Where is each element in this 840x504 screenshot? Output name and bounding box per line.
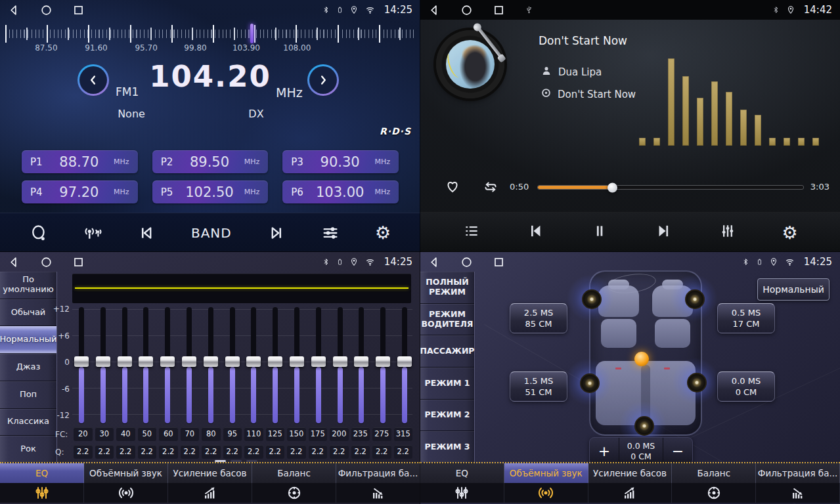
back-icon[interactable] — [8, 4, 20, 16]
eq-band-slider[interactable] — [203, 307, 219, 425]
location-icon — [786, 5, 795, 15]
eq-band-slider[interactable] — [225, 307, 240, 425]
fc-value: 70 — [181, 427, 200, 441]
eq-band-slider[interactable] — [117, 307, 133, 425]
audio-settings-button[interactable] — [321, 224, 340, 242]
front-right-delay-button[interactable]: 0.5 MS 17 CM — [717, 303, 775, 333]
rear-left-delay-button[interactable]: 1.5 MS 51 CM — [510, 371, 567, 402]
slider-knob[interactable] — [333, 356, 347, 367]
eq-band-slider[interactable] — [289, 307, 305, 425]
tune-up-button[interactable] — [307, 64, 339, 96]
back-icon[interactable] — [428, 4, 441, 16]
preset-button[interactable]: P4 97.20 MHz — [22, 180, 138, 203]
eq-band-slider[interactable] — [246, 307, 261, 425]
tab-eq[interactable]: EQ — [420, 463, 504, 504]
home-icon[interactable] — [40, 4, 53, 16]
previous-station-button[interactable] — [138, 224, 156, 242]
eq-preset-item[interactable]: По умолчанию — [0, 272, 56, 299]
dial-needle[interactable] — [250, 24, 254, 43]
frequency-dial[interactable] — [5, 24, 415, 43]
home-icon[interactable] — [40, 256, 53, 268]
eq-band-slider[interactable] — [74, 307, 89, 425]
slider-knob[interactable] — [376, 356, 390, 367]
eq-band-slider[interactable] — [181, 307, 197, 425]
preset-button[interactable]: P5 102.50 MHz — [152, 180, 269, 203]
eq-band-slider[interactable] — [397, 307, 412, 425]
eq-preset-item[interactable]: Рок — [0, 436, 56, 463]
preset-button[interactable]: P3 90.30 MHz — [282, 150, 399, 173]
tab-balance[interactable]: Баланс — [672, 463, 756, 504]
preset-button[interactable]: P6 103.00 MHz — [282, 180, 399, 203]
listening-mode-item[interactable]: РЕЖИМ 3 — [420, 431, 474, 463]
q-value: 2.2 — [159, 445, 178, 459]
tab-eq[interactable]: EQ — [0, 463, 84, 504]
tab-surround[interactable]: Объёмный звук — [84, 463, 168, 504]
eq-band-slider[interactable] — [267, 307, 283, 425]
tab-filter[interactable]: Фильтрация ба... — [336, 463, 420, 504]
preset-button[interactable]: P2 89.50 MHz — [152, 150, 269, 173]
next-track-button[interactable] — [653, 222, 673, 243]
eq-mixer-button[interactable] — [718, 222, 737, 243]
tab-bass-boost[interactable]: Усиление басов — [588, 463, 673, 504]
playlist-button[interactable] — [462, 222, 481, 242]
slider-knob[interactable] — [182, 356, 196, 367]
slider-knob[interactable] — [96, 356, 110, 367]
eq-band-slider[interactable] — [311, 307, 326, 425]
slider-knob[interactable] — [246, 356, 261, 367]
broadcast-button[interactable] — [83, 224, 102, 242]
slider-knob[interactable] — [160, 356, 175, 367]
delay-increase-button[interactable]: + — [590, 438, 619, 465]
back-icon[interactable] — [428, 256, 441, 268]
recents-icon[interactable] — [72, 256, 85, 268]
slider-knob[interactable] — [225, 356, 240, 367]
location-icon — [349, 5, 359, 15]
eq-band-slider[interactable] — [332, 307, 348, 425]
home-icon[interactable] — [460, 256, 473, 268]
back-icon[interactable] — [8, 256, 20, 268]
delay-decrease-button[interactable]: − — [663, 438, 692, 465]
slider-knob[interactable] — [290, 356, 304, 367]
home-icon[interactable] — [460, 4, 473, 16]
tab-bass-boost[interactable]: Усиление басов — [168, 463, 252, 504]
slider-knob[interactable] — [139, 356, 153, 367]
scan-button[interactable] — [30, 224, 48, 242]
tab-balance[interactable]: Баланс — [252, 463, 336, 504]
rear-right-delay-button[interactable]: 0.0 MS 0 CM — [717, 371, 775, 402]
slider-knob[interactable] — [311, 356, 326, 367]
listening-mode-item[interactable]: РЕЖИМ ВОДИТЕЛЯ — [420, 304, 474, 336]
front-left-delay-button[interactable]: 2.5 MS 85 CM — [510, 303, 567, 333]
listening-position-dot[interactable] — [634, 352, 649, 366]
preset-button[interactable]: P1 88.70 MHz — [22, 150, 138, 173]
listening-mode-item[interactable]: РЕЖИМ 2 — [420, 400, 474, 432]
eq-band-slider[interactable] — [160, 307, 175, 425]
listening-mode-item[interactable]: ПАССАЖИР — [420, 335, 474, 368]
seek-knob[interactable] — [608, 182, 617, 192]
eq-band-slider[interactable] — [138, 307, 154, 425]
repeat-icon[interactable] — [481, 179, 500, 198]
slider-knob[interactable] — [204, 356, 218, 367]
previous-track-button[interactable] — [526, 222, 546, 243]
favorite-heart-icon[interactable] — [444, 178, 461, 197]
listening-mode-item[interactable]: РЕЖИМ 1 — [420, 368, 474, 400]
settings-gear-icon[interactable]: ⚙ — [375, 224, 391, 242]
recents-icon[interactable] — [72, 4, 85, 16]
eq-band-slider[interactable] — [353, 307, 369, 425]
recents-icon[interactable] — [493, 4, 505, 16]
seek-bar[interactable] — [537, 185, 804, 190]
eq-band-slider[interactable] — [375, 307, 391, 425]
next-station-button[interactable] — [267, 224, 285, 242]
eq-band-slider[interactable] — [95, 307, 111, 425]
slider-knob[interactable] — [354, 356, 368, 367]
band-button[interactable]: BAND — [191, 225, 232, 241]
pause-button[interactable] — [591, 222, 608, 243]
recents-icon[interactable] — [493, 256, 505, 268]
slider-knob[interactable] — [74, 356, 89, 367]
slider-knob[interactable] — [118, 356, 132, 367]
tab-surround[interactable]: Объёмный звук — [504, 463, 588, 504]
listening-mode-item[interactable]: ПОЛНЫЙ РЕЖИМ — [420, 272, 474, 304]
slider-knob[interactable] — [268, 356, 282, 367]
sound-profile-button[interactable]: Нормальный — [757, 278, 829, 301]
settings-gear-icon[interactable]: ⚙ — [782, 224, 797, 242]
tab-filter[interactable]: Фильтрация ба... — [756, 463, 840, 504]
slider-knob[interactable] — [397, 356, 412, 367]
